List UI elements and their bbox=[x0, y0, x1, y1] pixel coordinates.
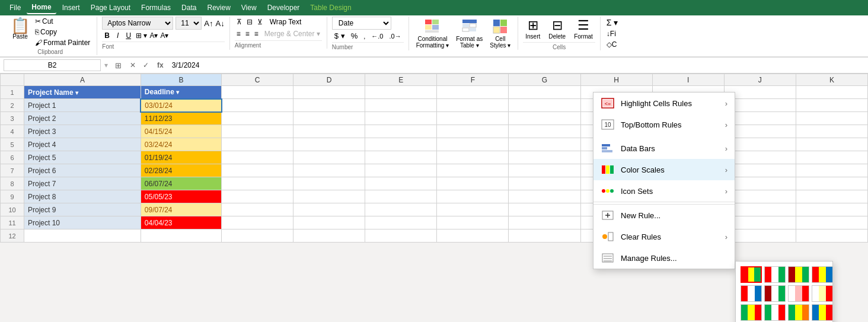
col-header-E[interactable]: E bbox=[365, 74, 437, 86]
cell-E7[interactable] bbox=[365, 164, 437, 177]
cell-B6[interactable]: 01/19/24 bbox=[141, 151, 221, 164]
col-header-G[interactable]: G bbox=[509, 74, 580, 86]
cell-K10[interactable] bbox=[796, 203, 867, 216]
cell-D6[interactable] bbox=[293, 151, 365, 164]
cell-C7[interactable] bbox=[222, 164, 293, 177]
wrap-text-button[interactable]: Wrap Text bbox=[268, 17, 304, 27]
cell-B12[interactable] bbox=[141, 229, 221, 243]
cell-G2[interactable] bbox=[509, 99, 580, 112]
cell-K4[interactable] bbox=[796, 125, 867, 138]
cell-G8[interactable] bbox=[509, 177, 580, 190]
cell-C6[interactable] bbox=[222, 151, 293, 164]
cell-G7[interactable] bbox=[509, 164, 580, 177]
cell-C1[interactable] bbox=[222, 86, 293, 99]
copy-button[interactable]: ⎘ Copy bbox=[33, 27, 92, 37]
col-header-I[interactable]: I bbox=[652, 74, 724, 86]
cancel-formula-button[interactable]: ✕ bbox=[127, 61, 138, 69]
cell-reference-input[interactable]: B2 bbox=[4, 59, 101, 71]
cell-B8[interactable]: 06/07/24 bbox=[141, 177, 221, 190]
menu-home[interactable]: Home bbox=[27, 1, 56, 14]
cell-B9[interactable]: 05/05/23 bbox=[141, 190, 221, 203]
cell-D10[interactable] bbox=[293, 203, 365, 216]
align-left-button[interactable]: ≡ bbox=[235, 28, 242, 39]
cell-D2[interactable] bbox=[293, 99, 365, 112]
cell-E4[interactable] bbox=[365, 125, 437, 138]
cell-G9[interactable] bbox=[509, 190, 580, 203]
cell-E10[interactable] bbox=[365, 203, 437, 216]
function-button[interactable]: fx bbox=[154, 61, 167, 69]
cell-E5[interactable] bbox=[365, 138, 437, 151]
col-header-K[interactable]: K bbox=[796, 74, 867, 86]
cell-A5[interactable]: Project 4 bbox=[24, 138, 141, 151]
col-header-D[interactable]: D bbox=[293, 74, 365, 86]
cell-A9[interactable]: Project 8 bbox=[24, 190, 141, 203]
cell-G10[interactable] bbox=[509, 203, 580, 216]
menu-table-design[interactable]: Table Design bbox=[305, 2, 356, 14]
col-header-J[interactable]: J bbox=[724, 74, 796, 86]
autosum-button[interactable]: Σ ▾ bbox=[605, 17, 620, 28]
cell-C2[interactable] bbox=[222, 99, 293, 112]
comma-button[interactable]: , bbox=[361, 32, 368, 40]
cell-F8[interactable] bbox=[437, 177, 509, 190]
cell-G11[interactable] bbox=[509, 216, 580, 229]
cell-A10[interactable]: Project 9 bbox=[24, 203, 141, 216]
menu-page-layout[interactable]: Page Layout bbox=[86, 2, 135, 14]
data-bars-item[interactable]: Data Bars › bbox=[593, 138, 735, 159]
cell-B2[interactable]: 03/01/24 bbox=[141, 99, 221, 112]
cell-B11[interactable]: 04/04/23 bbox=[141, 216, 221, 229]
decrease-decimal-button[interactable]: ←.0 bbox=[369, 32, 385, 40]
cell-K9[interactable] bbox=[796, 190, 867, 203]
col-header-B[interactable]: B bbox=[141, 74, 221, 86]
align-bottom-button[interactable]: ⊻ bbox=[256, 17, 264, 27]
cell-B4[interactable]: 04/15/24 bbox=[141, 125, 221, 138]
menu-review[interactable]: Review bbox=[202, 2, 235, 14]
fill-color-button[interactable]: A▾ bbox=[149, 31, 158, 40]
cell-F12[interactable] bbox=[437, 229, 509, 243]
new-rule-item[interactable]: New Rule... bbox=[593, 204, 735, 226]
cell-C9[interactable] bbox=[222, 190, 293, 203]
color-scales-item[interactable]: Color Scales › bbox=[593, 159, 735, 180]
format-painter-button[interactable]: 🖌 Format Painter bbox=[33, 38, 92, 47]
cell-B7[interactable]: 02/28/24 bbox=[141, 164, 221, 177]
cell-A3[interactable]: Project 2 bbox=[24, 112, 141, 125]
cell-K2[interactable] bbox=[796, 99, 867, 112]
cell-E9[interactable] bbox=[365, 190, 437, 203]
cell-K3[interactable] bbox=[796, 112, 867, 125]
cell-A2[interactable]: Project 1 bbox=[24, 99, 141, 112]
cell-C3[interactable] bbox=[222, 112, 293, 125]
font-name-select[interactable]: Aptos Narrow bbox=[102, 17, 173, 30]
cell-G3[interactable] bbox=[509, 112, 580, 125]
cell-F7[interactable] bbox=[437, 164, 509, 177]
format-as-table-button[interactable]: Format asTable ▾ bbox=[454, 17, 485, 50]
align-top-button[interactable]: ⊼ bbox=[235, 17, 244, 27]
cell-E2[interactable] bbox=[365, 99, 437, 112]
percent-button[interactable]: % bbox=[349, 31, 360, 41]
col-header-H[interactable]: H bbox=[580, 74, 652, 86]
cell-F4[interactable] bbox=[437, 125, 509, 138]
cell-F9[interactable] bbox=[437, 190, 509, 203]
cell-D1[interactable] bbox=[293, 86, 365, 99]
cell-D3[interactable] bbox=[293, 112, 365, 125]
bold-button[interactable]: B bbox=[102, 31, 112, 40]
cell-C8[interactable] bbox=[222, 177, 293, 190]
cell-G6[interactable] bbox=[509, 151, 580, 164]
expand-formula-button[interactable]: ⊞ bbox=[111, 61, 125, 70]
font-grow-button[interactable]: A↑ bbox=[204, 19, 213, 28]
cell-C11[interactable] bbox=[222, 216, 293, 229]
menu-data[interactable]: Data bbox=[177, 2, 201, 14]
cell-A6[interactable]: Project 5 bbox=[24, 151, 141, 164]
clear-button[interactable]: ◇C bbox=[605, 39, 618, 50]
cell-K12[interactable] bbox=[796, 229, 867, 243]
cut-button[interactable]: ✂ Cut bbox=[33, 17, 92, 26]
cell-E3[interactable] bbox=[365, 112, 437, 125]
font-color-button[interactable]: A▾ bbox=[160, 31, 168, 40]
merge-center-button[interactable]: Merge & Center ▾ bbox=[263, 28, 322, 39]
cell-D11[interactable] bbox=[293, 216, 365, 229]
insert-button[interactable]: ⊞ Insert bbox=[523, 17, 542, 41]
align-middle-button[interactable]: ⊟ bbox=[245, 17, 254, 27]
cell-C5[interactable] bbox=[222, 138, 293, 151]
delete-button[interactable]: ⊟ Delete bbox=[546, 17, 568, 41]
cell-K6[interactable] bbox=[796, 151, 867, 164]
align-center-button[interactable]: ≡ bbox=[244, 28, 251, 39]
cell-F5[interactable] bbox=[437, 138, 509, 151]
